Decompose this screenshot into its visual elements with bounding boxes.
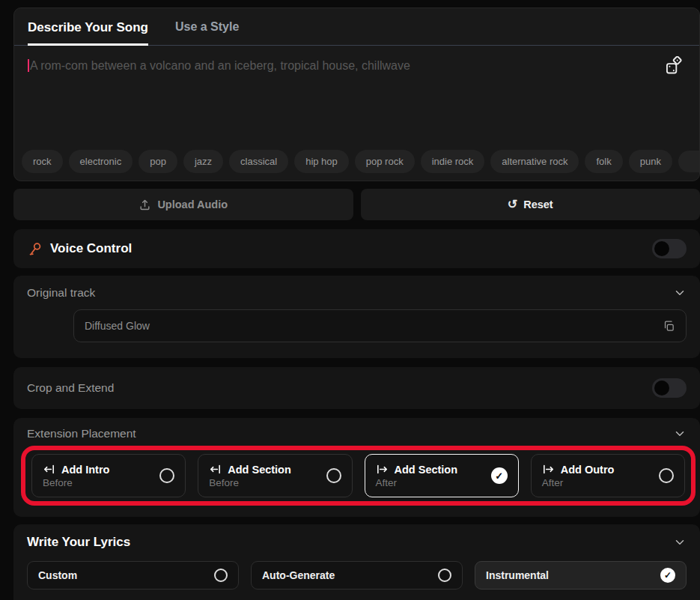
tag-pop[interactable]: pop <box>139 150 177 173</box>
genre-tags-row: rock electronic pop jazz classical hip h… <box>14 150 699 181</box>
crop-and-extend-toggle[interactable] <box>652 378 687 398</box>
chevron-down-icon[interactable] <box>673 286 687 300</box>
placement-option-add-outro[interactable]: Add Outro After <box>531 454 685 497</box>
option-title: Custom <box>38 569 77 581</box>
option-subtitle: After <box>542 477 615 488</box>
toggle-knob <box>654 381 669 396</box>
radio-unchecked-icon[interactable] <box>438 569 451 582</box>
microphone-icon <box>27 241 43 257</box>
write-your-lyrics-section: Write Your Lyrics Custom Auto-Generate I… <box>13 524 700 600</box>
option-title: Instrumental <box>486 569 549 581</box>
tag-rock[interactable]: rock <box>22 150 63 173</box>
lyrics-option-auto-generate[interactable]: Auto-Generate <box>251 561 463 590</box>
radio-checked-icon[interactable]: ✓ <box>491 467 508 484</box>
tab-bar: Describe Your Song Use a Style <box>14 8 699 46</box>
tag-indie-rock[interactable]: indie rock <box>421 150 485 173</box>
tab-describe-your-song[interactable]: Describe Your Song <box>28 20 148 45</box>
radio-unchecked-icon[interactable] <box>159 468 174 483</box>
option-subtitle: Before <box>43 477 109 488</box>
lyrics-option-custom[interactable]: Custom <box>27 561 239 590</box>
extension-placement-label: Extension Placement <box>27 427 136 440</box>
prompt-placeholder: A rom-com between a volcano and an icebe… <box>28 58 663 74</box>
extension-placement-section: Extension Placement Add Intr <box>13 418 700 517</box>
copy-icon[interactable] <box>663 320 675 333</box>
radio-unchecked-icon[interactable] <box>326 468 341 483</box>
arrow-right-from-bar-icon <box>376 463 389 476</box>
song-description-input[interactable]: A rom-com between a volcano and an icebe… <box>14 46 699 150</box>
chevron-down-icon[interactable] <box>673 427 687 440</box>
voice-control-label: Voice Control <box>50 241 132 256</box>
crop-and-extend-section: Crop and Extend <box>13 367 700 409</box>
original-track-section: Original track Diffused Glow <box>13 276 700 358</box>
tab-describe-label: Describe Your Song <box>28 20 148 34</box>
reset-label: Reset <box>523 199 553 210</box>
option-subtitle: Before <box>209 477 291 488</box>
original-track-input[interactable]: Diffused Glow <box>73 309 687 342</box>
describe-song-panel: Describe Your Song Use a Style A rom-com… <box>13 7 700 181</box>
dice-icon <box>664 56 684 76</box>
tag-jazz[interactable]: jazz <box>183 150 223 173</box>
tab-use-a-style[interactable]: Use a Style <box>175 20 239 45</box>
lyrics-option-instrumental[interactable]: Instrumental ✓ <box>475 561 687 590</box>
placement-option-add-section-before[interactable]: Add Section Before <box>198 454 352 497</box>
voice-control-section: Voice Control <box>13 229 700 268</box>
option-subtitle: After <box>376 477 458 488</box>
write-your-lyrics-label: Write Your Lyrics <box>27 535 130 550</box>
chevron-down-icon[interactable] <box>673 536 687 549</box>
voice-control-toggle[interactable] <box>652 239 687 258</box>
radio-unchecked-icon[interactable] <box>659 468 674 483</box>
upload-icon <box>139 199 151 211</box>
original-track-value: Diffused Glow <box>85 320 150 332</box>
arrow-right-from-bar-icon <box>542 463 555 476</box>
tag-hip-hop[interactable]: hip hop <box>294 150 349 173</box>
annotation-highlight-ring: Add Intro Before <box>21 446 696 506</box>
upload-audio-button[interactable]: Upload Audio <box>13 189 353 220</box>
option-title: Add Section <box>228 464 291 476</box>
tag-pop-rock[interactable]: pop rock <box>355 150 415 173</box>
placement-option-add-section-after[interactable]: Add Section After ✓ <box>365 454 519 497</box>
tag-alternative-rock[interactable]: alternative rock <box>490 150 579 173</box>
lyrics-options-row: Custom Auto-Generate Instrumental ✓ <box>27 561 687 590</box>
tag-punk[interactable]: punk <box>629 150 672 173</box>
reset-button[interactable]: ↺ Reset <box>361 189 700 220</box>
randomize-prompt-button[interactable] <box>663 55 686 78</box>
radio-checked-icon[interactable]: ✓ <box>660 568 675 583</box>
option-title: Add Intro <box>61 464 109 476</box>
arrow-left-to-bar-icon <box>43 463 55 476</box>
toggle-knob <box>654 241 669 256</box>
option-title: Add Outro <box>561 464 615 476</box>
tag-classical[interactable]: classical <box>229 150 288 173</box>
option-title: Auto-Generate <box>262 569 335 581</box>
undo-icon: ↺ <box>508 199 517 210</box>
tag-folk[interactable]: folk <box>585 150 622 173</box>
original-track-label: Original track <box>27 286 95 300</box>
placement-option-add-intro[interactable]: Add Intro Before <box>31 454 186 497</box>
placement-options-row: Add Intro Before <box>31 454 685 497</box>
radio-unchecked-icon[interactable] <box>214 569 228 582</box>
option-title: Add Section <box>395 464 458 476</box>
page-content: Describe Your Song Use a Style A rom-com… <box>13 7 700 600</box>
upload-audio-label: Upload Audio <box>157 199 228 210</box>
tag-electronic[interactable]: electronic <box>69 150 133 173</box>
text-caret <box>28 59 29 72</box>
arrow-left-to-bar-icon <box>209 463 222 476</box>
tags-scroll-right-button[interactable]: › <box>678 151 699 172</box>
crop-and-extend-label: Crop and Extend <box>27 381 114 395</box>
actions-row: Upload Audio ↺ Reset <box>13 189 700 220</box>
tab-style-label: Use a Style <box>175 20 239 33</box>
